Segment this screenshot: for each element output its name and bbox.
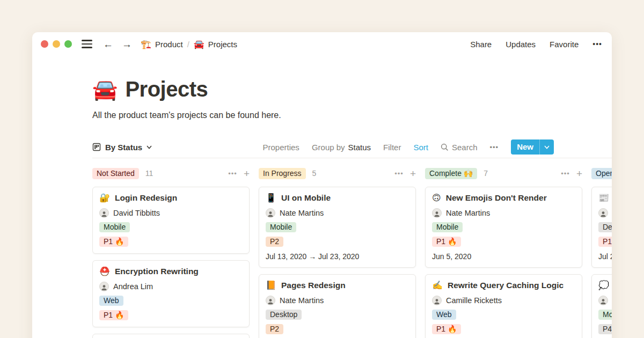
card-emoji-icon: 📙	[266, 280, 276, 291]
card-date: Jun 5, 2020	[432, 252, 575, 261]
share-button[interactable]: Share	[470, 40, 492, 49]
card-title-row: 📱UI on Mobile	[266, 193, 409, 203]
board-card[interactable]: ✍️Rewrite Query Caching LogicCamille Ric…	[425, 274, 582, 338]
card-tag-row: P1 🔥	[432, 237, 575, 247]
more-options-icon[interactable]: •••	[592, 40, 602, 48]
new-button-dropdown[interactable]	[539, 139, 554, 155]
titlebar-actions: Share Updates Favorite •••	[470, 40, 602, 49]
column-actions: •••+	[228, 168, 250, 179]
card-title-row: ✍️Rewrite Query Caching Logic	[432, 280, 575, 291]
card-assignee-row: Nate Martins	[266, 296, 409, 305]
card-title: Pages Redesign	[281, 280, 346, 291]
card-emoji-icon: 📰	[598, 193, 609, 203]
sidebar-menu-icon[interactable]	[82, 40, 92, 48]
card-tag-row: Web	[99, 296, 243, 306]
card-tag-row: Mobile	[99, 222, 243, 232]
column-status-pill[interactable]: Not Started	[92, 168, 139, 179]
card-emoji-icon: ⛑️	[99, 266, 110, 277]
card-tag-row: Mobile	[432, 222, 575, 232]
column-status-pill[interactable]: Complete 🙌	[425, 168, 477, 179]
new-button-label: New	[511, 139, 539, 155]
column-status-pill[interactable]: In Progress	[259, 168, 306, 179]
group-by-button[interactable]: Group by Status	[312, 143, 371, 152]
card-tag: Des	[598, 222, 612, 232]
search-button[interactable]: Search	[441, 143, 478, 152]
page-title: Projects	[125, 77, 208, 101]
assignee-avatar	[266, 208, 275, 218]
column-cards: 📰PNDesP1 🔥Jul 2💭CSMobP4	[591, 187, 612, 338]
card-emoji-icon: 🙃	[432, 193, 441, 203]
crane-emoji-icon: 🏗️	[141, 39, 151, 49]
column-header: Open•••+	[591, 167, 612, 180]
card-title: UI on Mobile	[281, 193, 331, 203]
board-card-partial[interactable]	[92, 334, 250, 338]
card-tag: P2	[266, 237, 283, 247]
card-date: Jul 13, 2020 → Jul 23, 2020	[266, 252, 409, 261]
updates-button[interactable]: Updates	[506, 40, 536, 49]
card-tag-row: Web	[432, 310, 575, 320]
chevron-down-icon	[544, 145, 550, 149]
board-card[interactable]: ⛑️Encryption RewritingAndrea LimWebP1 🔥	[92, 260, 250, 327]
column-more-icon[interactable]: •••	[228, 170, 237, 178]
forward-arrow-icon[interactable]: →	[122, 39, 132, 49]
board-view-icon	[92, 143, 101, 151]
column-actions: •••+	[394, 168, 416, 179]
close-window-button[interactable]	[41, 40, 48, 48]
column-header: Complete 🙌7•••+	[425, 167, 582, 180]
card-assignee-row: N	[598, 208, 612, 218]
favorite-button[interactable]: Favorite	[550, 40, 579, 49]
view-toolbar: By Status Properties Group by Status Fil…	[92, 139, 612, 155]
assignee-name: Camille Ricketts	[446, 296, 502, 305]
breadcrumb-label: Product	[155, 40, 183, 49]
column-add-icon[interactable]: +	[244, 168, 250, 179]
app-window: ← → 🏗️ Product / 🚘 Projects Share Update…	[32, 32, 612, 338]
new-button[interactable]: New	[511, 139, 554, 155]
assignee-avatar	[598, 208, 608, 218]
card-assignee-row: Nate Martins	[266, 208, 409, 218]
board-card[interactable]: 🙃New Emojis Don't RenderNate MartinsMobi…	[425, 187, 582, 268]
board-card[interactable]: 📰PNDesP1 🔥Jul 2	[591, 187, 612, 268]
back-arrow-icon[interactable]: ←	[103, 39, 113, 49]
sort-button[interactable]: Sort	[413, 143, 428, 152]
filter-button[interactable]: Filter	[383, 143, 401, 152]
card-tag-row: P1 🔥	[99, 310, 243, 320]
column-more-icon[interactable]: •••	[394, 170, 404, 178]
toolbar-more-icon[interactable]: •••	[490, 143, 499, 151]
card-title: New Emojis Don't Render	[446, 193, 547, 203]
properties-button[interactable]: Properties	[263, 143, 299, 152]
board-card[interactable]: 🔐Login RedesignDavid TibbittsMobileP1 🔥	[92, 187, 250, 254]
card-tag-row: P1 🔥	[99, 237, 243, 247]
car-emoji-icon: 🚘	[194, 39, 204, 49]
breadcrumb-item-product[interactable]: 🏗️ Product	[141, 39, 183, 49]
column-more-icon[interactable]: •••	[561, 170, 570, 178]
column-header: Not Started11•••+	[92, 167, 250, 180]
assignee-name: Nate Martins	[446, 209, 490, 217]
board-card[interactable]: 📙Pages RedesignNate MartinsDesktopP2	[259, 274, 416, 338]
card-assignee-row: Andrea Lim	[99, 282, 243, 291]
column-add-icon[interactable]: +	[410, 168, 416, 179]
card-emoji-icon: 🔐	[99, 193, 110, 203]
column-status-pill[interactable]: Open	[591, 168, 612, 179]
assignee-avatar	[99, 208, 109, 218]
card-emoji-icon: 💭	[598, 280, 609, 291]
board-card[interactable]: 💭CSMobP4	[591, 274, 612, 338]
zoom-window-button[interactable]	[64, 40, 72, 48]
breadcrumb-item-projects[interactable]: 🚘 Projects	[194, 39, 237, 49]
column-add-icon[interactable]: +	[576, 168, 582, 179]
card-tag: P4	[598, 324, 612, 334]
column-count: 11	[145, 169, 153, 178]
column-count: 7	[484, 169, 488, 178]
card-title-row: 💭C	[598, 280, 612, 291]
view-switcher[interactable]: By Status	[92, 143, 152, 152]
column-count: 5	[312, 169, 317, 178]
board-card[interactable]: 📱UI on MobileNate MartinsMobileP2Jul 13,…	[259, 187, 416, 268]
breadcrumb-separator: /	[187, 40, 189, 49]
column-actions: •••+	[561, 168, 582, 179]
minimize-window-button[interactable]	[53, 40, 60, 48]
column-cards: 📱UI on MobileNate MartinsMobileP2Jul 13,…	[259, 187, 416, 338]
card-tag: P1 🔥	[598, 237, 612, 247]
card-tag: P1 🔥	[99, 237, 128, 247]
card-tag-row: Mob	[598, 310, 612, 320]
board-column: In Progress5•••+📱UI on MobileNate Martin…	[259, 167, 416, 338]
card-tag: P1 🔥	[99, 310, 128, 320]
